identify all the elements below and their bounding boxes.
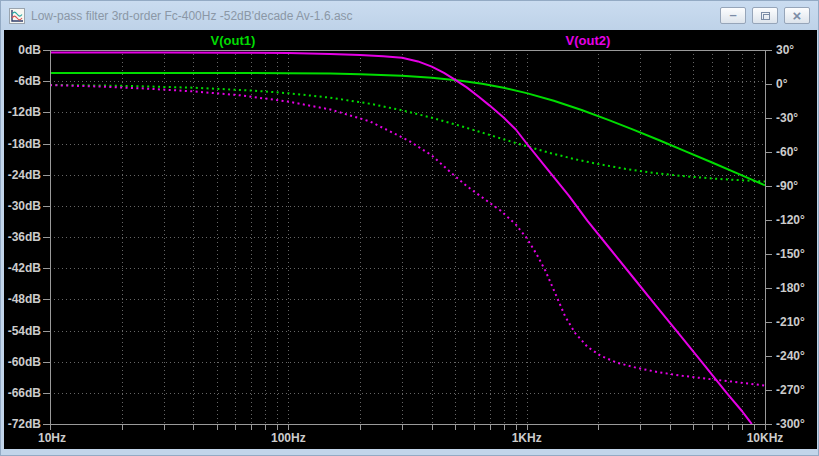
trace-v-out2-phase xyxy=(50,85,765,385)
axis-labels: 0dB-6dB-12dB-18dB-24dB-30dB-36dB-42dB-48… xyxy=(8,43,805,445)
phase-tick-label: 0° xyxy=(776,77,788,91)
freq-tick-label: 10KHz xyxy=(747,431,784,445)
phase-tick-label: 30° xyxy=(776,43,794,57)
phase-tick-label: -300° xyxy=(776,417,805,431)
window-controls: – × xyxy=(720,7,810,24)
trace-v-out2-magnitude xyxy=(50,53,752,424)
db-tick-label: -60dB xyxy=(8,355,42,369)
freq-tick-label: 100Hz xyxy=(271,431,306,445)
plot-region: 0dB-6dB-12dB-18dB-24dB-30dB-36dB-42dB-48… xyxy=(4,30,817,449)
legend-item-vout1[interactable]: V(out1) xyxy=(211,33,256,48)
db-tick-label: -6dB xyxy=(14,74,41,88)
db-tick-label: -30dB xyxy=(8,199,42,213)
freq-tick-label: 1KHz xyxy=(512,431,542,445)
phase-tick-label: -240° xyxy=(776,349,805,363)
axis-ticks xyxy=(43,51,772,431)
maximize-icon xyxy=(761,12,770,20)
db-tick-label: -48dB xyxy=(8,292,42,306)
ltspice-waveform-window: Low-pass filter 3rd-order Fc-400Hz -52dB… xyxy=(0,0,819,456)
db-tick-label: -36dB xyxy=(8,230,42,244)
db-tick-label: 0dB xyxy=(18,43,41,57)
db-tick-label: -72dB xyxy=(8,417,42,431)
window-title: Low-pass filter 3rd-order Fc-400Hz -52dB… xyxy=(31,9,720,23)
waveform-plot-icon xyxy=(9,8,25,24)
phase-tick-label: -270° xyxy=(776,383,805,397)
legend-item-vout2[interactable]: V(out2) xyxy=(566,33,611,48)
db-tick-label: -18dB xyxy=(8,137,42,151)
phase-tick-label: -90° xyxy=(776,179,798,193)
minimize-icon: – xyxy=(729,10,736,20)
phase-tick-label: -150° xyxy=(776,247,805,261)
db-tick-label: -42dB xyxy=(8,261,42,275)
legend: V(out1)V(out2) xyxy=(211,33,611,48)
traces xyxy=(50,53,765,424)
phase-tick-label: -180° xyxy=(776,281,805,295)
minimize-button[interactable]: – xyxy=(720,7,746,24)
bode-plot-canvas[interactable]: 0dB-6dB-12dB-18dB-24dB-30dB-36dB-42dB-48… xyxy=(4,30,817,449)
phase-tick-label: -120° xyxy=(776,213,805,227)
gridlines xyxy=(50,50,765,424)
trace-v-out1-phase xyxy=(50,85,765,182)
phase-tick-label: -60° xyxy=(776,145,798,159)
close-button[interactable]: × xyxy=(784,7,810,24)
freq-tick-label: 10Hz xyxy=(38,431,66,445)
phase-tick-label: -30° xyxy=(776,111,798,125)
db-tick-label: -54dB xyxy=(8,324,42,338)
phase-tick-label: -210° xyxy=(776,315,805,329)
db-tick-label: -24dB xyxy=(8,168,42,182)
maximize-button[interactable] xyxy=(752,7,778,24)
close-icon: × xyxy=(793,8,802,23)
trace-v-out1-magnitude xyxy=(50,73,765,185)
window-titlebar[interactable]: Low-pass filter 3rd-order Fc-400Hz -52dB… xyxy=(1,1,818,30)
db-tick-label: -66dB xyxy=(8,386,42,400)
db-tick-label: -12dB xyxy=(8,105,42,119)
